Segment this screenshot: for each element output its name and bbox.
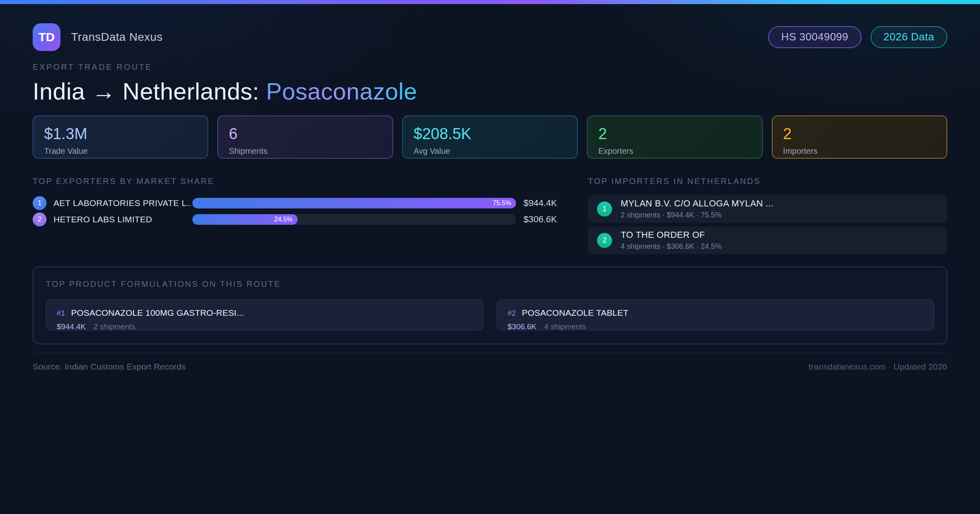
market-share-bar-track: 75.5% <box>192 198 516 208</box>
formulations-heading: TOP PRODUCT FORMULATIONS ON THIS ROUTE <box>46 279 934 289</box>
exporters-heading: TOP EXPORTERS BY MARKET SHARE <box>33 177 572 186</box>
stats-row: $1.3M Trade Value 6 Shipments $208.5K Av… <box>33 115 947 159</box>
formulation-title-row: #1 POSACONAZOLE 100MG GASTRO-RESI... <box>57 308 472 318</box>
columns-section: TOP EXPORTERS BY MARKET SHARE 1 AET LABO… <box>33 177 947 254</box>
formulation-value: $306.6K <box>508 322 537 331</box>
formulation-title-row: #2 POSACONAZOLE TABLET <box>508 308 923 318</box>
exporters-section: TOP EXPORTERS BY MARKET SHARE 1 AET LABO… <box>33 177 572 254</box>
brand-name: TransData Nexus <box>71 31 163 44</box>
page-footer: Source: Indian Customs Export Records tr… <box>33 352 947 372</box>
importer-rank-badge: 1 <box>597 202 612 217</box>
exporter-row[interactable]: 1 AET LABORATORIES PRIVATE L... 75.5% $9… <box>33 195 572 211</box>
header-badges: HS 30049099 2026 Data <box>768 26 947 48</box>
stat-value: 2 <box>783 125 936 143</box>
market-share-bar-track: 24.5% <box>192 214 516 225</box>
stat-value: $208.5K <box>414 125 566 143</box>
exporter-name: AET LABORATORIES PRIVATE L... <box>53 198 192 208</box>
importers-section: TOP IMPORTERS IN NETHERLANDS 1 MYLAN B.V… <box>588 177 947 254</box>
share-pct-label: 75.5% <box>493 199 511 207</box>
page-container: TD TransData Nexus HS 30049099 2026 Data… <box>0 23 980 372</box>
exporter-name: HETERO LABS LIMITED <box>53 215 192 224</box>
formulations-panel: TOP PRODUCT FORMULATIONS ON THIS ROUTE #… <box>33 266 947 344</box>
exporter-row[interactable]: 2 HETERO LABS LIMITED 24.5% $306.6K <box>33 211 572 228</box>
stat-card-trade-value: $1.3M Trade Value <box>33 115 208 159</box>
importer-info: MYLAN B.V. C/O ALLOGA MYLAN ... 2 shipme… <box>621 198 773 219</box>
brand[interactable]: TD TransData Nexus <box>33 23 163 51</box>
importer-row[interactable]: 2 TO THE ORDER OF 4 shipments · $306.6K … <box>588 226 947 254</box>
stat-card-avg-value: $208.5K Avg Value <box>402 115 578 159</box>
importer-rows: 1 MYLAN B.V. C/O ALLOGA MYLAN ... 2 ship… <box>588 195 947 254</box>
hs-code-badge[interactable]: HS 30049099 <box>768 26 862 48</box>
importers-heading: TOP IMPORTERS IN NETHERLANDS <box>588 177 947 186</box>
exporter-value: $306.6K <box>523 214 572 225</box>
formulation-card[interactable]: #2 POSACONAZOLE TABLET $306.6K 4 shipmen… <box>497 299 934 330</box>
formulation-rank: #1 <box>57 309 65 318</box>
rank-badge: 2 <box>33 213 47 226</box>
brand-logo-text: TD <box>38 30 55 44</box>
stat-label: Importers <box>783 146 936 156</box>
stat-card-importers: 2 Importers <box>772 115 947 159</box>
stat-label: Exporters <box>598 146 751 156</box>
rank-badge: 1 <box>33 196 47 210</box>
exporter-value: $944.4K <box>523 198 572 208</box>
product-name: Posaconazole <box>266 78 417 104</box>
importer-rank-badge: 2 <box>597 233 612 248</box>
footer-site: transdatanexus.com · Updated 2026 <box>808 362 947 372</box>
route-text: India → Netherlands: <box>33 78 266 104</box>
share-pct-label: 24.5% <box>274 216 292 223</box>
formulation-cards: #1 POSACONAZOLE 100MG GASTRO-RESI... $94… <box>46 299 934 330</box>
importer-info: TO THE ORDER OF 4 shipments · $306.6K · … <box>621 230 722 251</box>
formulation-card[interactable]: #1 POSACONAZOLE 100MG GASTRO-RESI... $94… <box>46 299 483 330</box>
importer-meta: 2 shipments · $944.4K · 75.5% <box>621 211 773 219</box>
formulation-shipments: 2 shipments <box>94 322 135 331</box>
importer-row[interactable]: 1 MYLAN B.V. C/O ALLOGA MYLAN ... 2 ship… <box>588 195 947 223</box>
year-data-badge[interactable]: 2026 Data <box>871 26 947 48</box>
importer-name: TO THE ORDER OF <box>621 230 722 240</box>
stat-label: Trade Value <box>44 146 197 156</box>
formulation-name: POSACONAZOLE 100MG GASTRO-RESI... <box>71 308 244 318</box>
formulation-value: $944.4K <box>57 322 86 331</box>
stat-value: 6 <box>229 125 381 143</box>
top-accent-bar <box>0 0 980 4</box>
importer-meta: 4 shipments · $306.6K · 24.5% <box>621 242 722 251</box>
stat-label: Avg Value <box>414 146 566 156</box>
app-header: TD TransData Nexus HS 30049099 2026 Data <box>33 23 947 51</box>
stat-card-shipments: 6 Shipments <box>217 115 393 159</box>
formulation-meta-row: $306.6K 4 shipments <box>508 322 923 331</box>
formulation-name: POSACONAZOLE TABLET <box>522 308 628 318</box>
stat-value: 2 <box>598 125 751 143</box>
market-share-bar-fill: 75.5% <box>192 198 516 208</box>
stat-value: $1.3M <box>44 125 197 143</box>
route-eyebrow: EXPORT TRADE ROUTE <box>33 62 947 72</box>
importer-name: MYLAN B.V. C/O ALLOGA MYLAN ... <box>621 198 773 209</box>
exporter-rows: 1 AET LABORATORIES PRIVATE L... 75.5% $9… <box>33 195 572 228</box>
stat-card-exporters: 2 Exporters <box>587 115 762 159</box>
formulation-shipments: 4 shipments <box>544 322 586 331</box>
brand-logo: TD <box>33 23 60 51</box>
formulation-meta-row: $944.4K 2 shipments <box>57 322 472 331</box>
stat-label: Shipments <box>229 146 381 156</box>
formulation-rank: #2 <box>508 309 516 318</box>
page-title: India → Netherlands: Posaconazole <box>33 78 947 105</box>
footer-source: Source: Indian Customs Export Records <box>33 362 186 372</box>
market-share-bar-fill: 24.5% <box>192 214 298 225</box>
